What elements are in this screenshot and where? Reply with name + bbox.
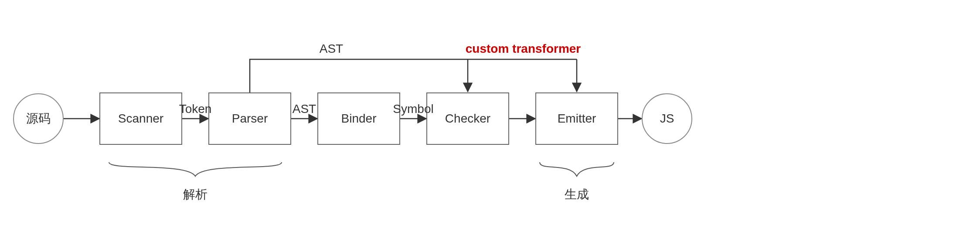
node-parser-label: Parser [232, 112, 268, 126]
edge-top-bus [250, 59, 577, 92]
node-binder-label: Binder [341, 112, 377, 126]
node-scanner-label: Scanner [118, 112, 163, 126]
diagram-stage: 源码 Scanner Parser Binder Checker Emitter… [0, 0, 980, 246]
top-label-ast: AST [320, 42, 343, 56]
node-scanner: Scanner [99, 92, 182, 145]
node-checker: Checker [426, 92, 509, 145]
node-js: JS [642, 93, 692, 144]
group-emit-label: 生成 [565, 186, 589, 203]
brace-emit [540, 162, 614, 176]
node-checker-label: Checker [445, 112, 490, 126]
node-emitter-label: Emitter [558, 112, 596, 126]
node-source-label: 源码 [26, 110, 51, 127]
node-binder: Binder [317, 92, 400, 145]
edge-label-ast: AST [293, 102, 316, 116]
node-js-label: JS [660, 112, 674, 126]
node-source: 源码 [13, 93, 64, 144]
edge-label-token: Token [179, 102, 212, 116]
edge-label-symbol: Symbol [393, 102, 433, 116]
group-parse-label: 解析 [183, 186, 208, 203]
node-parser: Parser [208, 92, 291, 145]
node-emitter: Emitter [535, 92, 618, 145]
top-label-custom-transformer: custom transformer [466, 42, 581, 56]
brace-parse [109, 162, 282, 176]
